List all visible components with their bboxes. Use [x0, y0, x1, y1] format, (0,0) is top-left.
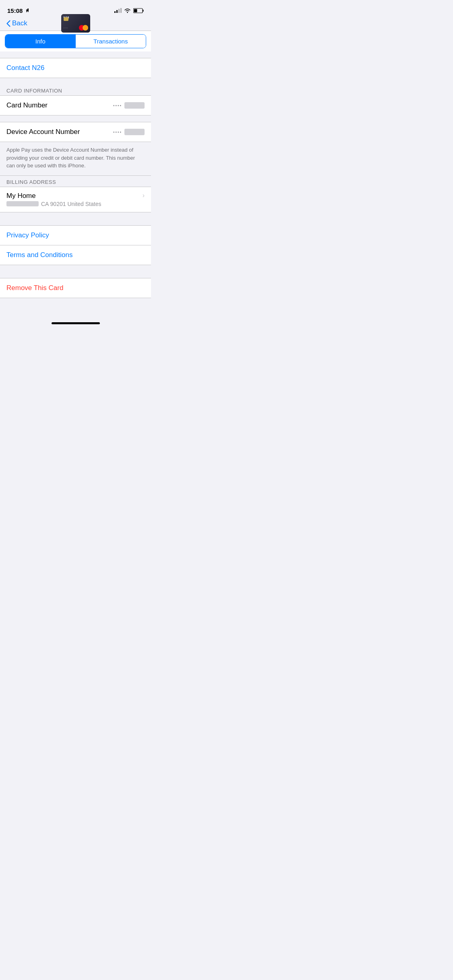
- card-number-value: ••••: [113, 102, 145, 109]
- device-account-label: Device Account Number: [6, 128, 80, 136]
- billing-address-text: CA 90201 United States: [41, 201, 101, 207]
- back-chevron-icon: [6, 20, 10, 27]
- billing-chevron-icon: ›: [143, 192, 145, 199]
- segment-control: Info Transactions: [0, 31, 151, 51]
- billing-name: My Home: [6, 192, 101, 200]
- privacy-policy-cell[interactable]: Privacy Policy: [0, 226, 151, 245]
- status-right-icons: [114, 8, 144, 13]
- svg-rect-7: [143, 10, 144, 12]
- card-dots-label: ····: [64, 27, 68, 29]
- mc-yellow-circle: [83, 25, 88, 31]
- card-chip: [64, 17, 68, 21]
- card-thumbnail: N26 ····: [61, 14, 90, 33]
- spacer-4: [0, 212, 151, 219]
- device-account-value: ••••: [113, 129, 145, 135]
- home-indicator: [0, 319, 151, 327]
- device-account-masked: [124, 129, 145, 135]
- device-account-cell: Device Account Number ••••: [0, 122, 151, 142]
- back-button[interactable]: Back: [6, 19, 27, 27]
- location-icon: [24, 8, 29, 13]
- spacer-3: [0, 115, 151, 122]
- remove-card-cell[interactable]: Remove This Card: [0, 278, 151, 298]
- svg-rect-4: [120, 8, 122, 13]
- status-time: 15:08: [7, 7, 29, 14]
- card-number-cell: Card Number ••••: [0, 96, 151, 115]
- mastercard-logo: [79, 25, 88, 31]
- card-number-masked: [124, 102, 145, 109]
- bottom-fill: [0, 298, 151, 319]
- terms-conditions-cell[interactable]: Terms and Conditions: [0, 245, 151, 265]
- home-bar: [52, 322, 100, 324]
- contact-n26-label: Contact N26: [6, 64, 45, 72]
- tab-info[interactable]: Info: [5, 35, 76, 48]
- svg-point-5: [127, 12, 128, 12]
- svg-rect-3: [118, 9, 120, 13]
- card-info-header: CARD INFORMATION: [0, 84, 151, 95]
- spacer-5: [0, 219, 151, 225]
- nav-bar: Back N26 ····: [0, 18, 151, 31]
- card-number-dots: ••••: [113, 103, 122, 108]
- device-account-info: Apple Pay uses the Device Account Number…: [0, 142, 151, 175]
- contact-n26-cell[interactable]: Contact N26: [0, 58, 151, 78]
- segment-wrapper: Info Transactions: [5, 34, 146, 48]
- address-masked-1: [6, 201, 39, 206]
- spacer-6: [0, 265, 151, 272]
- card-number-label: Card Number: [6, 101, 48, 109]
- svg-rect-1: [114, 11, 116, 13]
- wifi-icon: [124, 8, 131, 13]
- battery-icon: [133, 8, 144, 13]
- svg-rect-2: [116, 10, 118, 13]
- device-account-dots: ••••: [113, 130, 122, 134]
- spacer-2: [0, 78, 151, 84]
- spacer-1: [0, 51, 151, 58]
- page-wrapper: 15:08: [0, 0, 151, 327]
- tab-transactions[interactable]: Transactions: [76, 35, 146, 48]
- spacer-7: [0, 272, 151, 278]
- billing-address: CA 90201 United States: [6, 201, 101, 207]
- time-label: 15:08: [7, 7, 23, 14]
- signal-icon: [114, 8, 122, 13]
- svg-rect-8: [134, 9, 137, 12]
- billing-header: BILLING ADDRESS: [0, 176, 151, 187]
- billing-address-cell[interactable]: My Home CA 90201 United States ›: [0, 187, 151, 212]
- back-label: Back: [12, 19, 27, 27]
